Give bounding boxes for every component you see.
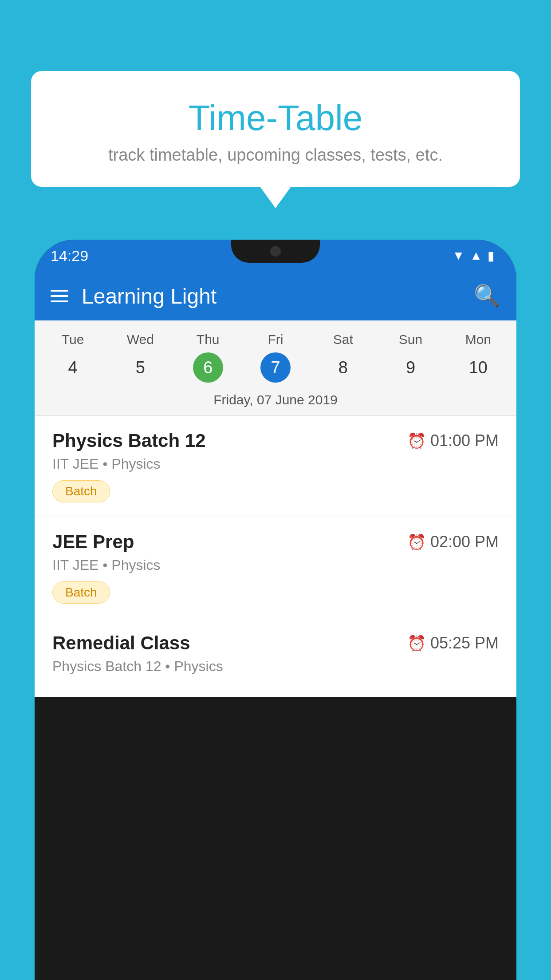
calendar-date-6-today[interactable]: 6 bbox=[193, 352, 223, 383]
schedule-item-1[interactable]: Physics Batch 12 ⏰ 01:00 PM IIT JEE • Ph… bbox=[35, 416, 516, 517]
selected-date-label: Friday, 07 June 2019 bbox=[35, 387, 516, 416]
day-name-fri: Fri bbox=[242, 328, 309, 351]
speech-bubble-container: Time-Table track timetable, upcoming cla… bbox=[31, 71, 520, 187]
clock-icon-3: ⏰ bbox=[407, 634, 426, 652]
day-name-thu: Thu bbox=[174, 328, 242, 351]
calendar-date-7-selected[interactable]: 7 bbox=[260, 352, 291, 383]
schedule-time-2: ⏰ 02:00 PM bbox=[407, 533, 499, 551]
camera-dot bbox=[270, 246, 281, 257]
schedule-subtitle-3: Physics Batch 12 • Physics bbox=[52, 658, 499, 675]
calendar-date-5[interactable]: 5 bbox=[106, 352, 174, 383]
schedule-title-3: Remedial Class bbox=[52, 632, 190, 654]
bubble-title: Time-Table bbox=[49, 98, 502, 138]
schedule-title-2: JEE Prep bbox=[52, 531, 134, 553]
battery-icon: ▮ bbox=[488, 249, 494, 263]
status-time: 14:29 bbox=[51, 247, 88, 265]
phone-notch bbox=[231, 240, 320, 263]
schedule-subtitle-1: IIT JEE • Physics bbox=[52, 456, 499, 472]
schedule-time-1: ⏰ 01:00 PM bbox=[407, 431, 499, 450]
clock-icon-2: ⏰ bbox=[407, 533, 426, 551]
schedule-subtitle-2: IIT JEE • Physics bbox=[52, 557, 499, 573]
schedule-item-header-3: Remedial Class ⏰ 05:25 PM bbox=[52, 632, 499, 654]
calendar-date-10[interactable]: 10 bbox=[445, 352, 512, 383]
schedule-item-3[interactable]: Remedial Class ⏰ 05:25 PM Physics Batch … bbox=[35, 618, 516, 697]
calendar-dates: 4 5 6 7 8 9 10 bbox=[35, 351, 516, 387]
wifi-icon: ▼ bbox=[453, 249, 465, 263]
hamburger-menu-icon[interactable] bbox=[51, 290, 68, 302]
batch-tag-2: Batch bbox=[52, 581, 110, 604]
app-bar: Learning Light 🔍 bbox=[35, 272, 516, 320]
schedule-time-value-1: 01:00 PM bbox=[430, 431, 499, 450]
calendar-section: Tue Wed Thu Fri Sat Sun Mon 4 5 6 7 8 9 … bbox=[35, 320, 516, 416]
calendar-date-9[interactable]: 9 bbox=[377, 352, 444, 383]
calendar-date-4[interactable]: 4 bbox=[39, 352, 106, 383]
phone-frame: 14:29 ▼ ▲ ▮ Learning Light 🔍 Tue Wed Thu bbox=[35, 240, 516, 980]
speech-bubble: Time-Table track timetable, upcoming cla… bbox=[31, 71, 520, 187]
calendar-days-header: Tue Wed Thu Fri Sat Sun Mon bbox=[35, 320, 516, 351]
day-name-wed: Wed bbox=[106, 328, 174, 351]
day-name-sun: Sun bbox=[377, 328, 444, 351]
app-title: Learning Light bbox=[82, 284, 460, 308]
day-name-sat: Sat bbox=[309, 328, 377, 351]
day-name-mon: Mon bbox=[445, 328, 512, 351]
schedule-item-header-2: JEE Prep ⏰ 02:00 PM bbox=[52, 531, 499, 553]
schedule-title-1: Physics Batch 12 bbox=[52, 430, 206, 451]
schedule-time-value-3: 05:25 PM bbox=[430, 634, 499, 652]
phone-container: 14:29 ▼ ▲ ▮ Learning Light 🔍 Tue Wed Thu bbox=[35, 240, 516, 980]
status-icons: ▼ ▲ ▮ bbox=[453, 249, 494, 263]
bubble-subtitle: track timetable, upcoming classes, tests… bbox=[49, 146, 502, 165]
day-name-tue: Tue bbox=[39, 328, 106, 351]
calendar-date-8[interactable]: 8 bbox=[309, 352, 377, 383]
schedule-list: Physics Batch 12 ⏰ 01:00 PM IIT JEE • Ph… bbox=[35, 416, 516, 697]
schedule-time-value-2: 02:00 PM bbox=[430, 533, 499, 551]
schedule-time-3: ⏰ 05:25 PM bbox=[407, 634, 499, 652]
batch-tag-1: Batch bbox=[52, 480, 110, 502]
schedule-item-header-1: Physics Batch 12 ⏰ 01:00 PM bbox=[52, 430, 499, 451]
search-icon[interactable]: 🔍 bbox=[474, 284, 500, 308]
clock-icon-1: ⏰ bbox=[407, 432, 426, 450]
signal-icon: ▲ bbox=[470, 249, 482, 263]
schedule-item-2[interactable]: JEE Prep ⏰ 02:00 PM IIT JEE • Physics Ba… bbox=[35, 517, 516, 618]
